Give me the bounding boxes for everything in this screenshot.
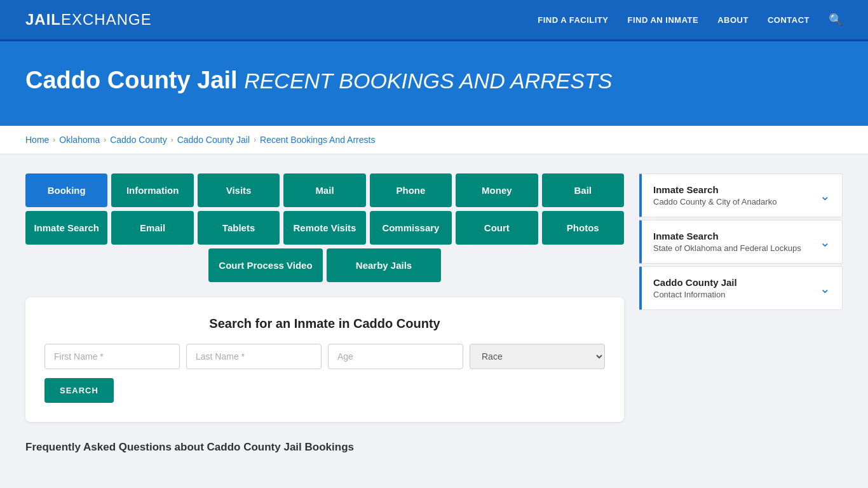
logo-exchange: EXCHANGE [61, 11, 152, 29]
sidebar-item-1[interactable]: Inmate Search Caddo County & City of Ana… [639, 173, 843, 217]
category-buttons: Booking Information Visits Mail Phone Mo… [25, 173, 624, 282]
btn-row-1: Booking Information Visits Mail Phone Mo… [25, 173, 624, 207]
btn-photos[interactable]: Photos [542, 211, 624, 245]
breadcrumb-sep-4: › [254, 135, 256, 144]
breadcrumb-sep-3: › [171, 135, 173, 144]
inmate-search-card: Search for an Inmate in Caddo County Rac… [25, 297, 624, 422]
btn-row-3: Court Process Video Nearby Jails [25, 248, 624, 282]
breadcrumb-caddo-county[interactable]: Caddo County [110, 135, 167, 145]
hero-title-main: Caddo County Jail [25, 67, 238, 93]
breadcrumb-home[interactable]: Home [25, 135, 49, 145]
page-title: Caddo County Jail RECENT BOOKINGS AND AR… [25, 67, 843, 94]
nav-find-inmate[interactable]: FIND AN INMATE [627, 15, 698, 25]
breadcrumb-current: Recent Bookings And Arrests [260, 135, 375, 145]
search-button[interactable]: SEARCH [44, 378, 114, 403]
sidebar: Inmate Search Caddo County & City of Ana… [639, 173, 843, 313]
nav-contact[interactable]: CONTACT [768, 15, 810, 25]
search-card-title: Search for an Inmate in Caddo County [44, 316, 605, 331]
sidebar-item-text-3: Caddo County Jail Contact Information [653, 277, 737, 299]
btn-nearby-jails[interactable]: Nearby Jails [327, 248, 441, 282]
btn-commissary[interactable]: Commissary [370, 211, 452, 245]
race-select[interactable]: Race White Black Hispanic Asian Other [470, 344, 605, 369]
header: JAILEXCHANGE FIND A FACILITY FIND AN INM… [0, 0, 868, 41]
sidebar-item-3[interactable]: Caddo County Jail Contact Information ⌄ [639, 266, 843, 310]
sidebar-item-2[interactable]: Inmate Search State of Oklahoma and Fede… [639, 220, 843, 264]
btn-inmate-search[interactable]: Inmate Search [25, 211, 107, 245]
chevron-down-icon-3: ⌄ [820, 281, 831, 296]
sidebar-heading-1: Inmate Search [653, 184, 776, 195]
breadcrumb-bar: Home › Oklahoma › Caddo County › Caddo C… [0, 126, 868, 154]
btn-tablets[interactable]: Tablets [198, 211, 280, 245]
nav-find-facility[interactable]: FIND A FACILITY [538, 15, 608, 25]
chevron-down-icon-2: ⌄ [820, 234, 831, 250]
sidebar-sub-3: Contact Information [653, 290, 737, 299]
btn-remote-visits[interactable]: Remote Visits [283, 211, 365, 245]
breadcrumb-sep-1: › [53, 135, 55, 144]
faq-title: Frequently Asked Questions about Caddo C… [25, 441, 624, 454]
btn-court[interactable]: Court [456, 211, 538, 245]
search-icon-button[interactable]: 🔍 [829, 13, 843, 27]
main-content: Booking Information Visits Mail Phone Mo… [0, 154, 868, 473]
sidebar-sub-2: State of Oklahoma and Federal Lockups [653, 243, 801, 253]
btn-visits[interactable]: Visits [198, 173, 280, 207]
btn-phone[interactable]: Phone [370, 173, 452, 207]
btn-bail[interactable]: Bail [542, 173, 624, 207]
last-name-input[interactable] [186, 344, 322, 369]
btn-information[interactable]: Information [111, 173, 193, 207]
btn-mail[interactable]: Mail [283, 173, 365, 207]
btn-booking[interactable]: Booking [25, 173, 107, 207]
btn-email[interactable]: Email [111, 211, 193, 245]
main-nav: FIND A FACILITY FIND AN INMATE ABOUT CON… [538, 13, 843, 27]
breadcrumb-sep-2: › [104, 135, 106, 144]
sidebar-sub-1: Caddo County & City of Anadarko [653, 197, 776, 207]
sidebar-heading-2: Inmate Search [653, 231, 801, 241]
first-name-input[interactable] [44, 344, 180, 369]
sidebar-item-text-2: Inmate Search State of Oklahoma and Fede… [653, 231, 801, 253]
breadcrumb-oklahoma[interactable]: Oklahoma [59, 135, 100, 145]
sidebar-item-text-1: Inmate Search Caddo County & City of Ana… [653, 184, 776, 207]
sidebar-heading-3: Caddo County Jail [653, 277, 737, 288]
breadcrumb-caddo-jail[interactable]: Caddo County Jail [177, 135, 250, 145]
nav-about[interactable]: ABOUT [717, 15, 749, 25]
btn-row-2: Inmate Search Email Tablets Remote Visit… [25, 211, 624, 245]
age-input[interactable] [328, 344, 463, 369]
hero-title-sub: RECENT BOOKINGS AND ARRESTS [244, 69, 612, 93]
btn-money[interactable]: Money [456, 173, 538, 207]
chevron-down-icon-1: ⌄ [820, 188, 831, 203]
content-left: Booking Information Visits Mail Phone Mo… [25, 173, 624, 454]
hero-section: Caddo County Jail RECENT BOOKINGS AND AR… [0, 41, 868, 126]
search-fields: Race White Black Hispanic Asian Other [44, 344, 605, 369]
logo-jail: JAIL [25, 11, 61, 29]
btn-court-process-video[interactable]: Court Process Video [208, 248, 323, 282]
breadcrumb: Home › Oklahoma › Caddo County › Caddo C… [25, 135, 843, 145]
logo[interactable]: JAILEXCHANGE [25, 11, 152, 29]
